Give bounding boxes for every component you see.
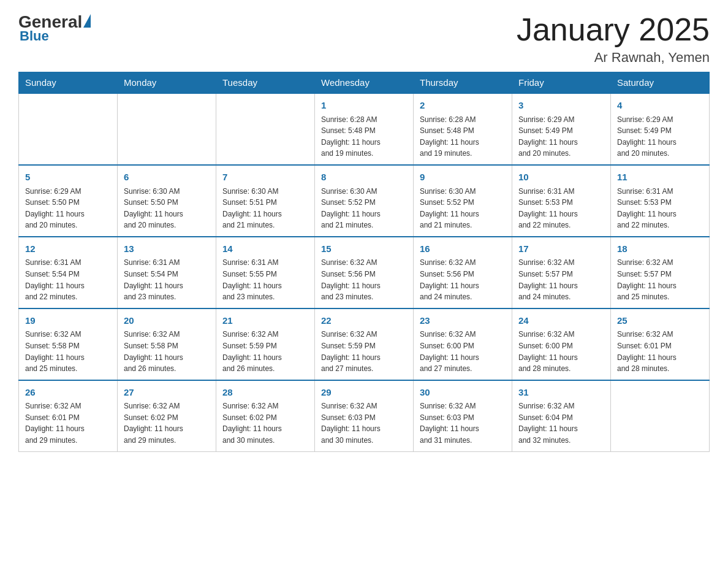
calendar-cell: 9Sunrise: 6:30 AM Sunset: 5:52 PM Daylig…: [414, 165, 512, 237]
calendar-cell: 29Sunrise: 6:32 AM Sunset: 6:03 PM Dayli…: [315, 380, 414, 451]
day-info: Sunrise: 6:30 AM Sunset: 5:52 PM Dayligh…: [321, 186, 407, 231]
calendar-cell: 22Sunrise: 6:32 AM Sunset: 5:59 PM Dayli…: [315, 308, 414, 380]
calendar-cell: 8Sunrise: 6:30 AM Sunset: 5:52 PM Daylig…: [315, 165, 414, 237]
day-number: 8: [321, 170, 407, 185]
day-number: 23: [420, 314, 506, 328]
day-info: Sunrise: 6:31 AM Sunset: 5:53 PM Dayligh…: [518, 186, 604, 231]
header-day-wednesday: Wednesday: [315, 72, 414, 94]
day-number: 3: [518, 99, 604, 113]
day-info: Sunrise: 6:32 AM Sunset: 5:58 PM Dayligh…: [124, 329, 210, 374]
calendar-body: 1Sunrise: 6:28 AM Sunset: 5:48 PM Daylig…: [19, 93, 710, 451]
calendar-cell: 31Sunrise: 6:32 AM Sunset: 6:04 PM Dayli…: [512, 380, 611, 451]
day-info: Sunrise: 6:29 AM Sunset: 5:50 PM Dayligh…: [25, 186, 111, 231]
calendar-cell: 5Sunrise: 6:29 AM Sunset: 5:50 PM Daylig…: [19, 165, 118, 237]
day-number: 25: [617, 314, 703, 328]
day-number: 20: [124, 314, 210, 328]
day-number: 16: [420, 242, 506, 256]
day-number: 4: [617, 99, 703, 113]
calendar-week-2: 5Sunrise: 6:29 AM Sunset: 5:50 PM Daylig…: [19, 165, 710, 237]
day-number: 1: [321, 99, 407, 113]
calendar-cell: 1Sunrise: 6:28 AM Sunset: 5:48 PM Daylig…: [315, 93, 414, 165]
day-number: 31: [518, 386, 604, 400]
calendar-week-3: 12Sunrise: 6:31 AM Sunset: 5:54 PM Dayli…: [19, 237, 710, 308]
header-day-friday: Friday: [512, 72, 611, 94]
logo: General Blue: [18, 12, 91, 44]
header-day-tuesday: Tuesday: [216, 72, 315, 94]
calendar-cell: 18Sunrise: 6:32 AM Sunset: 5:57 PM Dayli…: [611, 237, 710, 308]
day-number: 22: [321, 314, 407, 328]
day-info: Sunrise: 6:32 AM Sunset: 6:00 PM Dayligh…: [518, 329, 604, 374]
day-info: Sunrise: 6:32 AM Sunset: 5:56 PM Dayligh…: [420, 257, 506, 302]
calendar-cell: 30Sunrise: 6:32 AM Sunset: 6:03 PM Dayli…: [414, 380, 512, 451]
day-number: 19: [25, 314, 111, 328]
header-day-monday: Monday: [118, 72, 216, 94]
calendar-cell: 15Sunrise: 6:32 AM Sunset: 5:56 PM Dayli…: [315, 237, 414, 308]
day-number: 18: [617, 242, 703, 256]
day-info: Sunrise: 6:28 AM Sunset: 5:48 PM Dayligh…: [321, 114, 407, 159]
day-info: Sunrise: 6:32 AM Sunset: 5:56 PM Dayligh…: [321, 257, 407, 302]
day-info: Sunrise: 6:31 AM Sunset: 5:54 PM Dayligh…: [25, 257, 111, 302]
day-info: Sunrise: 6:32 AM Sunset: 6:02 PM Dayligh…: [222, 400, 308, 446]
header-day-thursday: Thursday: [414, 72, 512, 94]
day-info: Sunrise: 6:31 AM Sunset: 5:54 PM Dayligh…: [124, 257, 210, 302]
calendar-cell: 6Sunrise: 6:30 AM Sunset: 5:50 PM Daylig…: [118, 165, 216, 237]
day-number: 13: [124, 242, 210, 256]
calendar-cell: [118, 93, 216, 165]
day-info: Sunrise: 6:31 AM Sunset: 5:53 PM Dayligh…: [617, 186, 703, 231]
calendar-cell: 2Sunrise: 6:28 AM Sunset: 5:48 PM Daylig…: [414, 93, 512, 165]
calendar-cell: 3Sunrise: 6:29 AM Sunset: 5:49 PM Daylig…: [512, 93, 611, 165]
calendar-cell: [19, 93, 118, 165]
header-day-saturday: Saturday: [611, 72, 710, 94]
day-number: 21: [222, 314, 308, 328]
day-number: 28: [222, 386, 308, 400]
calendar-cell: 12Sunrise: 6:31 AM Sunset: 5:54 PM Dayli…: [19, 237, 118, 308]
calendar-title: January 2025: [517, 12, 710, 47]
calendar-cell: 24Sunrise: 6:32 AM Sunset: 6:00 PM Dayli…: [512, 308, 611, 380]
page-header: General Blue January 2025 Ar Rawnah, Yem…: [18, 12, 710, 66]
day-number: 9: [420, 170, 506, 185]
calendar-header: SundayMondayTuesdayWednesdayThursdayFrid…: [19, 72, 710, 94]
calendar-subtitle: Ar Rawnah, Yemen: [517, 50, 710, 66]
day-number: 15: [321, 242, 407, 256]
calendar-cell: 26Sunrise: 6:32 AM Sunset: 6:01 PM Dayli…: [19, 380, 118, 451]
calendar-cell: 21Sunrise: 6:32 AM Sunset: 5:59 PM Dayli…: [216, 308, 315, 380]
calendar-week-5: 26Sunrise: 6:32 AM Sunset: 6:01 PM Dayli…: [19, 380, 710, 451]
day-info: Sunrise: 6:32 AM Sunset: 6:02 PM Dayligh…: [124, 400, 210, 446]
day-info: Sunrise: 6:32 AM Sunset: 5:59 PM Dayligh…: [321, 329, 407, 374]
calendar-cell: 10Sunrise: 6:31 AM Sunset: 5:53 PM Dayli…: [512, 165, 611, 237]
day-number: 24: [518, 314, 604, 328]
day-number: 2: [420, 99, 506, 113]
calendar-cell: 13Sunrise: 6:31 AM Sunset: 5:54 PM Dayli…: [118, 237, 216, 308]
day-number: 29: [321, 386, 407, 400]
day-number: 5: [25, 170, 111, 185]
calendar-cell: 11Sunrise: 6:31 AM Sunset: 5:53 PM Dayli…: [611, 165, 710, 237]
day-number: 14: [222, 242, 308, 256]
day-info: Sunrise: 6:32 AM Sunset: 6:03 PM Dayligh…: [420, 400, 506, 446]
day-info: Sunrise: 6:32 AM Sunset: 6:03 PM Dayligh…: [321, 400, 407, 446]
day-info: Sunrise: 6:32 AM Sunset: 5:57 PM Dayligh…: [617, 257, 703, 302]
calendar-week-1: 1Sunrise: 6:28 AM Sunset: 5:48 PM Daylig…: [19, 93, 710, 165]
title-block: January 2025 Ar Rawnah, Yemen: [517, 12, 710, 66]
calendar-cell: 16Sunrise: 6:32 AM Sunset: 5:56 PM Dayli…: [414, 237, 512, 308]
calendar-cell: 17Sunrise: 6:32 AM Sunset: 5:57 PM Dayli…: [512, 237, 611, 308]
day-info: Sunrise: 6:29 AM Sunset: 5:49 PM Dayligh…: [617, 114, 703, 159]
day-info: Sunrise: 6:30 AM Sunset: 5:52 PM Dayligh…: [420, 186, 506, 231]
day-info: Sunrise: 6:32 AM Sunset: 5:58 PM Dayligh…: [25, 329, 111, 374]
day-info: Sunrise: 6:32 AM Sunset: 5:59 PM Dayligh…: [222, 329, 308, 374]
day-number: 12: [25, 242, 111, 256]
calendar-week-4: 19Sunrise: 6:32 AM Sunset: 5:58 PM Dayli…: [19, 308, 710, 380]
header-row: SundayMondayTuesdayWednesdayThursdayFrid…: [19, 72, 710, 94]
day-info: Sunrise: 6:32 AM Sunset: 6:04 PM Dayligh…: [518, 400, 604, 446]
day-info: Sunrise: 6:32 AM Sunset: 5:57 PM Dayligh…: [518, 257, 604, 302]
calendar-cell: [611, 380, 710, 451]
calendar-cell: [216, 93, 315, 165]
day-number: 10: [518, 170, 604, 185]
calendar-cell: 25Sunrise: 6:32 AM Sunset: 6:01 PM Dayli…: [611, 308, 710, 380]
day-number: 7: [222, 170, 308, 185]
day-info: Sunrise: 6:30 AM Sunset: 5:50 PM Dayligh…: [124, 186, 210, 231]
day-info: Sunrise: 6:31 AM Sunset: 5:55 PM Dayligh…: [222, 257, 308, 302]
day-number: 26: [25, 386, 111, 400]
calendar-cell: 4Sunrise: 6:29 AM Sunset: 5:49 PM Daylig…: [611, 93, 710, 165]
day-info: Sunrise: 6:32 AM Sunset: 6:00 PM Dayligh…: [420, 329, 506, 374]
header-day-sunday: Sunday: [19, 72, 118, 94]
